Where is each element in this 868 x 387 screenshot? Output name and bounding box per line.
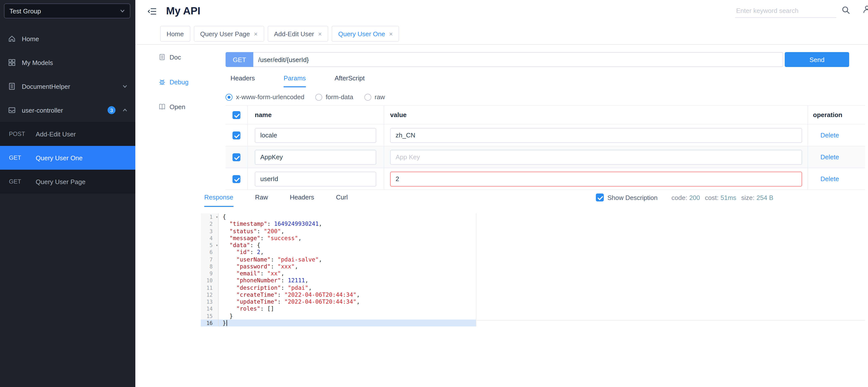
tab-close-icon[interactable]: ×: [254, 30, 257, 37]
response-tab-response[interactable]: Response: [204, 194, 233, 207]
method-button[interactable]: GET: [225, 52, 253, 67]
url-input[interactable]: [253, 52, 783, 67]
api-item-label: Query User Page: [36, 178, 86, 185]
collection-icon: [8, 106, 16, 114]
collapse-sidebar-icon[interactable]: [147, 7, 157, 16]
tab-close-icon[interactable]: ×: [389, 30, 393, 37]
gutter-line: 12: [201, 291, 218, 298]
group-select[interactable]: Test Group: [4, 3, 130, 18]
fold-arrow-icon[interactable]: ▾: [216, 214, 218, 221]
fold-arrow-icon[interactable]: ▾: [216, 242, 218, 249]
request-tab-params[interactable]: Params: [284, 75, 306, 87]
page-title: My API: [166, 5, 200, 17]
editor-gutter: 1▾2345▾678910111213141516: [201, 213, 219, 326]
param-row-cell: [225, 168, 248, 190]
response-tab-headers[interactable]: Headers: [290, 194, 314, 207]
tab-query-user-page[interactable]: Query User Page ×: [193, 26, 264, 42]
rail-item-debug[interactable]: Debug: [135, 69, 198, 94]
param-value-input[interactable]: [390, 172, 802, 186]
code-label: code:: [672, 194, 687, 201]
body-type-option-form-data[interactable]: form-data: [315, 93, 353, 101]
request-tab-afterscript[interactable]: AfterScript: [335, 75, 365, 87]
sidebar-item-document-helper[interactable]: DocumentHelper: [0, 75, 135, 98]
book-icon: [159, 103, 165, 110]
gutter-line: 1▾: [201, 213, 218, 220]
body-type-label: raw: [374, 93, 385, 101]
code-line: "userName": "pdai-salve",: [219, 256, 476, 263]
delete-link[interactable]: Delete: [820, 153, 839, 161]
api-item-query-user-one[interactable]: GET Query User One: [0, 146, 135, 170]
row-checkbox[interactable]: [232, 153, 241, 161]
param-name-input[interactable]: [255, 172, 376, 186]
send-button[interactable]: Send: [785, 52, 849, 67]
description-pane: [476, 213, 865, 326]
tab-close-icon[interactable]: ×: [318, 30, 322, 37]
tab-add-edit-user[interactable]: Add-Edit User ×: [268, 26, 328, 42]
request-tab-headers[interactable]: Headers: [230, 75, 255, 87]
api-item-label: Add-Edit User: [36, 130, 76, 138]
app-root: Test Group Home My Models DocumentHelper…: [0, 0, 868, 387]
row-checkbox[interactable]: [232, 175, 241, 183]
method-label: POST: [9, 130, 36, 138]
param-row-cell: [384, 168, 808, 190]
delete-link[interactable]: Delete: [820, 131, 839, 139]
user-avatar-icon[interactable]: [863, 5, 868, 14]
param-row-cell: [248, 168, 384, 190]
response-editor[interactable]: 1▾2345▾678910111213141516 { "timestamp":…: [201, 213, 476, 326]
request-tabs: Headers Params AfterScript: [230, 75, 393, 87]
editor-code[interactable]: { "timestamp": 1649249930241, "status": …: [219, 213, 476, 326]
gutter-line: 11: [201, 284, 218, 291]
search-input[interactable]: [735, 3, 836, 18]
tabbar: Home Query User Page × Add-Edit User × Q…: [135, 23, 868, 44]
document-icon: [8, 82, 16, 90]
tab-label: Home: [166, 30, 184, 37]
tab-home[interactable]: Home: [160, 26, 190, 42]
code-line: "data": {: [219, 242, 476, 249]
body-type-option-urlencoded[interactable]: x-www-form-urlencoded: [225, 93, 304, 101]
method-label: GET: [9, 154, 36, 161]
select-all-checkbox[interactable]: [232, 111, 241, 119]
method-label: GET: [9, 178, 36, 185]
param-value-input[interactable]: [390, 150, 802, 165]
sidebar-item-label: My Models: [22, 59, 53, 66]
sidebar-item-home[interactable]: Home: [0, 27, 135, 51]
search-icon[interactable]: [842, 6, 850, 14]
view-rail: Doc Debug Open: [135, 44, 199, 387]
rail-item-doc[interactable]: Doc: [135, 44, 198, 69]
gutter-line: 10: [201, 277, 218, 284]
column-header-value: value: [384, 106, 808, 124]
sidebar-item-my-models[interactable]: My Models: [0, 51, 135, 75]
param-value-input[interactable]: [390, 128, 802, 143]
radio-icon[interactable]: [225, 93, 232, 100]
response-code: 200: [689, 194, 700, 201]
radio-icon[interactable]: [315, 93, 322, 100]
code-line: "description": "pdai",: [219, 284, 476, 291]
response-meta: Show Description code: 200 cost: 51ms si…: [596, 194, 773, 202]
tab-label: Query User One: [338, 30, 385, 37]
row-checkbox[interactable]: [232, 131, 241, 139]
param-row-cell: Delete: [808, 124, 865, 146]
gutter-line: 2: [201, 220, 218, 228]
rail-item-label: Debug: [169, 78, 189, 86]
tab-query-user-one[interactable]: Query User One ×: [332, 26, 399, 42]
sidebar-item-user-controller[interactable]: user-controller 3: [0, 98, 135, 122]
param-name-input[interactable]: [255, 150, 376, 165]
param-name-input[interactable]: [255, 128, 376, 143]
code-line: }: [219, 320, 476, 327]
response-tab-curl[interactable]: Curl: [336, 194, 348, 207]
sidebar-nav: Home My Models DocumentHelper user-contr…: [0, 27, 135, 194]
rail-item-open[interactable]: Open: [135, 94, 198, 119]
body-type-option-raw[interactable]: raw: [364, 93, 385, 101]
show-description-checkbox[interactable]: [596, 194, 604, 202]
param-row-cell: [384, 146, 808, 168]
delete-link[interactable]: Delete: [820, 175, 839, 183]
api-item-query-user-page[interactable]: GET Query User Page: [0, 170, 135, 194]
size-label: size:: [741, 194, 754, 201]
text-cursor: [226, 320, 227, 326]
response-tab-raw[interactable]: Raw: [255, 194, 268, 207]
radio-icon[interactable]: [364, 93, 371, 100]
api-item-add-edit-user[interactable]: POST Add-Edit User: [0, 122, 135, 146]
body-type-label: form-data: [326, 93, 353, 101]
gutter-line: 4: [201, 235, 218, 242]
sidebar-item-label: user-controller: [22, 107, 63, 114]
